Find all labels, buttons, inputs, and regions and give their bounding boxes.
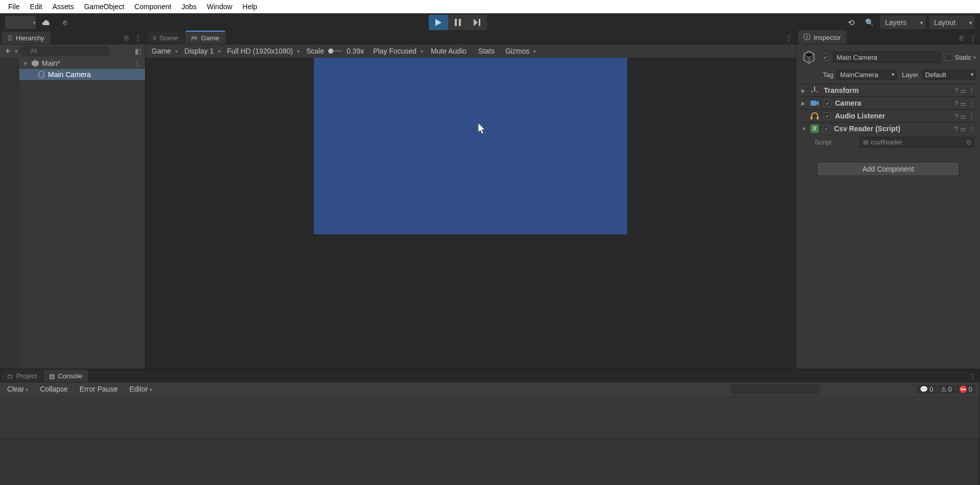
- tab-project[interactable]: 🗀 Project: [2, 370, 43, 382]
- scale-slider[interactable]: [328, 50, 342, 52]
- static-label: Static: [954, 54, 971, 61]
- step-button[interactable]: [468, 15, 487, 30]
- menu-assets[interactable]: Assets: [47, 1, 79, 12]
- component-title: Audio Listener: [835, 112, 950, 120]
- tab-console-label: Console: [58, 372, 82, 380]
- help-icon[interactable]: ?: [954, 112, 958, 120]
- enable-checkbox[interactable]: ✓: [824, 100, 831, 107]
- mute-audio-toggle[interactable]: Mute Audio: [426, 46, 472, 56]
- enable-checkbox[interactable]: ✓: [824, 112, 831, 119]
- kebab-icon[interactable]: ⋮: [968, 125, 975, 133]
- warn-count-toggle[interactable]: ⚠0: [938, 385, 955, 394]
- collapse-icon[interactable]: ▼: [801, 126, 806, 132]
- pause-button[interactable]: [448, 15, 468, 30]
- component-header-audio-listener[interactable]: ▶ ✓ Audio Listener ?⚎⋮: [799, 110, 977, 122]
- active-checkbox[interactable]: ✓: [822, 54, 829, 61]
- error-count-toggle[interactable]: ⛔0: [956, 385, 975, 394]
- preset-icon[interactable]: ⚎: [960, 87, 966, 94]
- version-control-button[interactable]: ⎋: [57, 16, 72, 29]
- game-canvas-area[interactable]: [145, 58, 796, 369]
- cloud-button[interactable]: [39, 16, 54, 29]
- info-count-toggle[interactable]: 💬0: [917, 385, 936, 394]
- help-icon[interactable]: ?: [954, 100, 958, 107]
- collapse-icon[interactable]: ▼: [22, 61, 29, 66]
- play-focus-dropdown[interactable]: Play Focused: [369, 45, 425, 57]
- slider-knob[interactable]: [328, 48, 333, 54]
- tag-dropdown[interactable]: MainCamera: [837, 70, 897, 80]
- layers-dropdown[interactable]: Layers ▾: [880, 16, 926, 29]
- resolution-dropdown[interactable]: Full HD (1920x1080): [223, 45, 301, 57]
- kebab-icon[interactable]: ⋮: [785, 34, 793, 42]
- create-button[interactable]: +: [3, 46, 13, 57]
- stats-toggle[interactable]: Stats: [473, 46, 500, 56]
- layer-dropdown[interactable]: Default: [922, 70, 976, 80]
- kebab-icon[interactable]: ⋮: [968, 87, 975, 94]
- preset-icon[interactable]: ⚎: [960, 125, 966, 133]
- menu-component[interactable]: Component: [129, 1, 176, 12]
- tab-scene[interactable]: # Scene: [148, 32, 184, 44]
- account-button[interactable]: ▾: [5, 16, 36, 29]
- console-detail[interactable]: [0, 439, 979, 485]
- tab-hierarchy[interactable]: ☰ Hierarchy: [2, 32, 51, 44]
- menu-edit[interactable]: Edit: [25, 1, 47, 12]
- kebab-icon[interactable]: ⋮: [969, 34, 977, 42]
- object-picker-icon[interactable]: ⊙: [966, 139, 971, 146]
- kebab-icon[interactable]: ⋮: [968, 100, 975, 107]
- search-mode-icon[interactable]: ◧: [134, 47, 142, 55]
- hierarchy-item-main-camera[interactable]: Main Camera: [19, 69, 145, 80]
- undo-history-button[interactable]: ⟲: [843, 16, 859, 29]
- display-dropdown[interactable]: Display 1: [180, 45, 222, 57]
- error-pause-toggle[interactable]: Error Pause: [75, 384, 124, 394]
- kebab-icon[interactable]: ⋮: [968, 372, 976, 380]
- layout-dropdown[interactable]: Layout ▾: [929, 16, 975, 29]
- component-header-transform[interactable]: ▶ Transform ?⚎⋮: [799, 84, 977, 96]
- main-toolbar: ▾ ⎋ ⟲ 🔍 Layers ▾ Layout ▾: [0, 13, 980, 32]
- chevron-down-icon[interactable]: ▾: [15, 48, 17, 54]
- kebab-icon[interactable]: ⋮: [968, 112, 975, 120]
- gizmos-dropdown[interactable]: Gizmos: [501, 45, 537, 57]
- preset-icon[interactable]: ⚎: [960, 112, 966, 120]
- tab-console[interactable]: ▤ Console: [44, 370, 88, 382]
- chevron-down-icon[interactable]: ▾: [973, 55, 976, 60]
- play-button[interactable]: [429, 15, 448, 30]
- script-object-field[interactable]: ▤ csvReader ⊙: [860, 137, 974, 148]
- console-search-input[interactable]: [730, 384, 821, 394]
- global-search-button[interactable]: 🔍: [862, 16, 877, 29]
- game-view-dropdown[interactable]: Game: [148, 45, 179, 57]
- help-icon[interactable]: ?: [954, 87, 958, 94]
- scene-kebab-icon[interactable]: ⋮: [134, 59, 141, 67]
- object-name-input[interactable]: [833, 52, 941, 63]
- enable-checkbox[interactable]: ✓: [823, 125, 830, 132]
- tab-game-label: Game: [201, 34, 219, 42]
- console-body[interactable]: [0, 396, 979, 439]
- component-header-csv-reader[interactable]: ▼ # ✓ Csv Reader (Script) ?⚎⋮: [799, 123, 977, 135]
- help-icon[interactable]: ?: [954, 125, 958, 133]
- tab-inspector[interactable]: ⓘ Inspector: [798, 30, 847, 44]
- component-title: Camera: [835, 99, 950, 107]
- menu-help[interactable]: Help: [237, 1, 262, 12]
- camera-icon: [811, 100, 820, 106]
- expand-icon[interactable]: ▶: [801, 88, 806, 93]
- kebab-icon[interactable]: ⋮: [134, 34, 142, 42]
- menu-jobs[interactable]: Jobs: [177, 1, 202, 12]
- add-component-button[interactable]: Add Component: [817, 162, 960, 176]
- editor-dropdown[interactable]: Editor: [124, 384, 157, 394]
- bottom-area: 🗀 Project ▤ Console ⋮ Clear Collapse Err…: [0, 369, 980, 485]
- expand-icon[interactable]: ▶: [801, 101, 806, 106]
- lock-icon[interactable]: ⎘: [122, 34, 131, 42]
- tab-game[interactable]: 🎮 Game: [185, 31, 225, 44]
- gameobject-icon[interactable]: [800, 48, 818, 66]
- collapse-toggle[interactable]: Collapse: [35, 384, 73, 394]
- menu-file[interactable]: File: [3, 1, 25, 12]
- hierarchy-search-input[interactable]: [19, 46, 110, 56]
- preset-icon[interactable]: ⚎: [960, 100, 966, 107]
- menu-gameobject[interactable]: GameObject: [79, 1, 130, 12]
- inspector-icon: ⓘ: [803, 33, 811, 42]
- scene-row-main[interactable]: ▼ Main* ⋮: [19, 58, 145, 69]
- component-header-camera[interactable]: ▶ ✓ Camera ?⚎⋮: [799, 97, 977, 109]
- menu-window[interactable]: Window: [202, 1, 237, 12]
- clear-button[interactable]: Clear: [2, 384, 34, 394]
- hierarchy-tree[interactable]: ▼ Main* ⋮ Main Camera: [19, 58, 145, 369]
- static-checkbox[interactable]: [945, 54, 952, 61]
- lock-icon[interactable]: ⎘: [958, 34, 966, 42]
